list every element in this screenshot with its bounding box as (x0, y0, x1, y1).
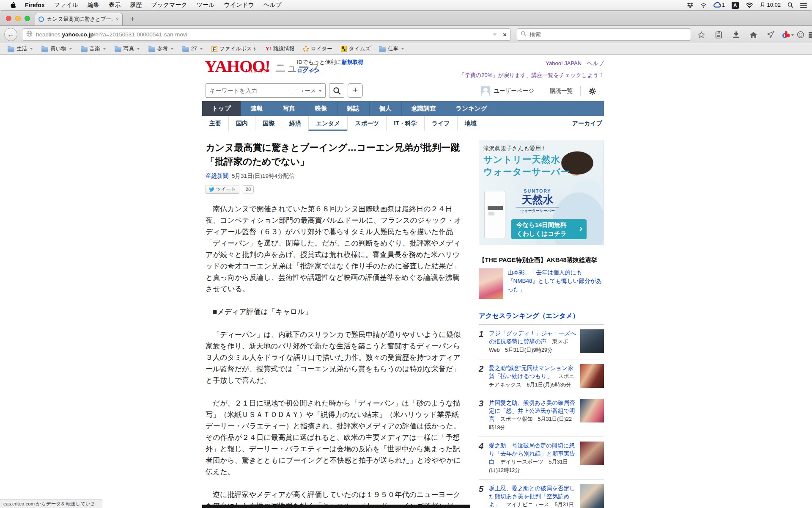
nav-tab-ranking[interactable]: ランキング (446, 101, 497, 116)
close-window-button[interactable] (6, 16, 11, 21)
menu-history[interactable]: 履歴 (125, 1, 146, 9)
bookmark-folder-shashin[interactable]: 写真 (111, 44, 143, 53)
apple-menu-icon[interactable] (5, 1, 20, 9)
suntory-ad-banner[interactable]: 滝沢眞規子さんも愛用！ サントリー天然水ウォーターサーバー SUNTORY 天然… (479, 141, 604, 245)
folder-icon (379, 47, 386, 52)
home-icon[interactable] (748, 29, 759, 40)
bookmark-folder-seikatsu[interactable]: 生活 (4, 44, 36, 53)
subnav-shuyou[interactable]: 主要 (202, 116, 228, 131)
nav-tab-sokuhou[interactable]: 速報 (241, 101, 273, 116)
menubar-app-name[interactable]: Firefox (20, 2, 49, 8)
article-source-link[interactable]: 産経新聞 (206, 173, 228, 179)
stop-loading-icon[interactable]: × (500, 31, 507, 38)
menu-file[interactable]: ファイル (49, 1, 83, 9)
menu-hamburger-icon[interactable] (807, 29, 812, 40)
bookmark-rosen-joho[interactable]: Y!路線情報 (262, 44, 298, 53)
menu-extra-icon[interactable] (700, 3, 707, 8)
add-tab-button[interactable]: + (348, 83, 363, 98)
subnav-sports[interactable]: スポーツ (347, 116, 386, 131)
subnav-entame[interactable]: エンタメ (308, 116, 347, 131)
creative-cloud-icon[interactable]: 1 (713, 2, 725, 8)
feature-thumbnail[interactable] (479, 268, 503, 299)
tab-close-icon[interactable]: × (115, 16, 119, 22)
yahoo-search-box[interactable]: ニュース (206, 83, 326, 98)
ranking-thumbnail[interactable] (580, 484, 604, 508)
bookmark-times[interactable]: ▚タイムズ (337, 44, 374, 53)
url-bar[interactable]: headlines.yahoo.co.jp/hl?a=20150531-0000… (22, 28, 511, 41)
subnav-keizai[interactable]: 経済 (282, 116, 308, 131)
login-link[interactable]: ログイン (297, 67, 319, 74)
subscriptions-link[interactable]: 購読一覧 (542, 86, 580, 96)
menu-view[interactable]: 表示 (104, 1, 125, 9)
subnav-kokunai[interactable]: 国内 (228, 116, 255, 131)
bookmark-folder-27[interactable]: 27 (179, 44, 206, 53)
yahoo-search-input[interactable] (209, 87, 289, 94)
ranking-item: 1 フジ「グッディ！」ジャニーズへの抵抗姿勢に賛辞の声 東スポWeb 5月31日… (479, 325, 604, 359)
bookmark-star-icon[interactable] (696, 29, 707, 40)
minimize-window-button[interactable] (15, 16, 21, 21)
ad-cta-button[interactable]: 今なら14日間無料くわしくはコチラ › (511, 219, 587, 239)
tweet-button[interactable]: ツイート (206, 185, 239, 194)
subnav-life[interactable]: ライフ (424, 116, 457, 131)
bookmark-folder-sankou[interactable]: 参考 (145, 44, 177, 53)
share-icon[interactable] (765, 29, 776, 40)
bookmarks-sidebar-icon[interactable] (713, 29, 724, 40)
zoom-window-button[interactable] (25, 16, 30, 21)
feature-item[interactable]: 山本彩、「去年は個人的にも『NMB48』としても悔しい部分があった」 (479, 268, 604, 299)
menu-tools[interactable]: ツール (192, 1, 219, 9)
ranking-thumbnail[interactable] (580, 442, 604, 465)
nav-tab-shashin[interactable]: 写真 (273, 101, 305, 116)
bookmark-filepost[interactable]: Fファイルポスト (208, 44, 261, 53)
tab-title: カンヌ最高賞に驚きとブー... (47, 16, 112, 23)
nav-tab-top[interactable]: トップ (202, 101, 241, 116)
pdf-converter-icon[interactable] (782, 29, 790, 40)
bookmark-folder-ongaku[interactable]: 音楽 (77, 44, 110, 53)
feedback-smiley-icon[interactable] (795, 29, 806, 40)
subnav-it-kagaku[interactable]: IT・科学 (386, 116, 424, 131)
browser-search-bar[interactable] (517, 28, 691, 41)
user-page-link[interactable]: ユーザーページ (473, 86, 542, 96)
downloads-icon[interactable] (730, 29, 741, 40)
signup-link[interactable]: 新規取得 (342, 59, 364, 65)
wifi-icon[interactable] (746, 2, 753, 8)
yahoo-search-button[interactable] (329, 83, 344, 98)
feature-link[interactable]: 山本彩、「去年は個人的にも『NMB48』としても悔しい部分があった」 (508, 268, 604, 299)
yahoo-japan-link[interactable]: Yahoo! JAPAN (546, 60, 582, 66)
nav-tab-eizou[interactable]: 映像 (305, 101, 337, 116)
pdf-dropdown-icon[interactable] (790, 29, 795, 40)
ranking-thumbnail[interactable] (580, 329, 604, 353)
dropbox-icon[interactable] (687, 2, 694, 8)
bookmark-folder-kaimono[interactable]: 買い物 (38, 44, 76, 53)
input-source-icon[interactable]: A (732, 2, 739, 9)
nav-tab-ishikichousa[interactable]: 意識調査 (402, 101, 446, 116)
nav-tab-zasshi[interactable]: 雑誌 (337, 101, 370, 116)
browser-search-input[interactable] (529, 31, 687, 38)
notification-center-icon[interactable] (800, 3, 807, 8)
bookmark-folder-shigoto[interactable]: 仕事 (376, 44, 408, 53)
spotlight-icon[interactable] (787, 2, 793, 8)
search-scope-select[interactable]: ニュース (289, 86, 322, 95)
ranking-thumbnail[interactable] (580, 364, 604, 388)
yahoo-transit-icon: Y! (266, 46, 271, 52)
ranking-thumbnail[interactable] (580, 399, 604, 422)
menu-window[interactable]: ウインドウ (219, 1, 259, 9)
menu-bookmarks[interactable]: ブックマーク (146, 1, 192, 9)
new-tab-button[interactable]: + (127, 15, 138, 24)
bookmark-reuters[interactable]: ロイター (299, 44, 336, 53)
subnav-kokusai[interactable]: 国際 (255, 116, 282, 131)
promo-link[interactable]: 「学費の20%」が戻ります、講座一覧をチェックしよう！ (459, 71, 604, 80)
menu-help[interactable]: ヘルプ (259, 1, 286, 9)
nav-tab-kojin[interactable]: 個人 (370, 101, 402, 116)
archive-link[interactable]: アーカイブ (572, 120, 604, 127)
back-button[interactable]: ← (4, 28, 17, 41)
menubar-clock[interactable]: 月 10:02 (760, 1, 781, 9)
url-dropdown-icon[interactable] (493, 33, 497, 36)
subnav-chiiki[interactable]: 地域 (457, 116, 484, 131)
settings-gear-icon[interactable] (580, 86, 604, 96)
menu-edit[interactable]: 編集 (83, 1, 104, 9)
tweet-count[interactable]: 28 (243, 185, 254, 193)
folder-icon (182, 47, 189, 52)
article-paragraph: だが、２１日に現地で初公開された時から「ディーパン」は「砂のような描写」（米紙Ｕ… (206, 398, 465, 478)
help-link[interactable]: ヘルプ (587, 60, 604, 66)
browser-tab[interactable]: カンヌ最高賞に驚きとブー... × (35, 13, 123, 25)
